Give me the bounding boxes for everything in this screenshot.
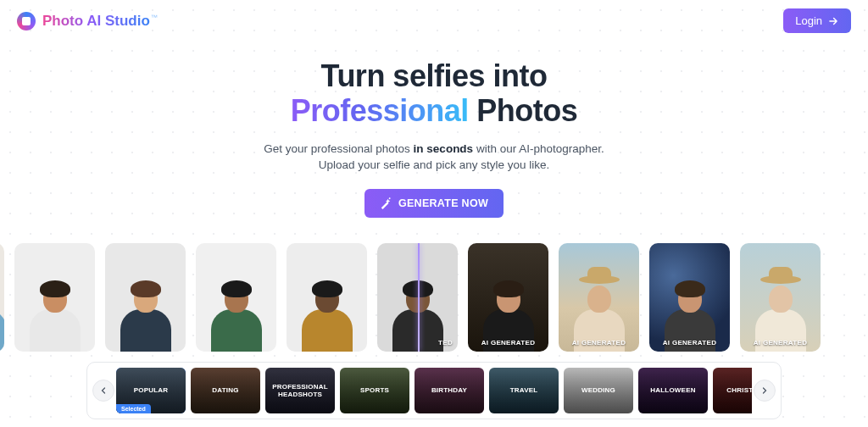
- ai-badge: AI GENERATED: [468, 339, 548, 347]
- ai-badge: AI GENERATED: [740, 339, 821, 347]
- ai-badge: AI GENERATED: [559, 339, 639, 347]
- category-dating[interactable]: DATING: [191, 368, 260, 413]
- photo-tile: [14, 243, 95, 352]
- chevron-left-icon: [98, 385, 108, 396]
- selected-badge: Selected: [116, 404, 151, 413]
- category-carousel: POPULARSelectedDATINGPROFESSIONAL HEADSH…: [86, 362, 782, 419]
- chevron-right-icon: [760, 385, 770, 396]
- carousel-prev-button[interactable]: [92, 380, 114, 402]
- photo-strip: TED AI GENERATED AI GENERATED AI GENERAT…: [0, 243, 826, 352]
- comparison-slider-handle[interactable]: [418, 243, 420, 352]
- category-label: SPORTS: [340, 368, 409, 413]
- category-label: HALLOWEEN: [638, 368, 708, 413]
- badge-partial: TED: [438, 339, 453, 347]
- category-label: WEDDING: [564, 368, 633, 413]
- category-label: PROFESSIONAL HEADSHOTS: [265, 368, 335, 413]
- magic-wand-icon: [380, 197, 392, 209]
- photo-tile: AI GENERATED: [740, 243, 821, 352]
- subheadline: Get your professional photos in seconds …: [17, 141, 851, 174]
- generate-label: GENERATE NOW: [398, 197, 488, 209]
- carousel-next-button[interactable]: [754, 380, 776, 402]
- category-label: BIRTHDAY: [415, 368, 484, 413]
- category-professional-headshots[interactable]: PROFESSIONAL HEADSHOTS: [265, 368, 335, 413]
- category-wedding[interactable]: WEDDING: [564, 368, 633, 413]
- brand-name: Photo AI Studio™: [42, 13, 158, 30]
- category-label: TRAVEL: [489, 368, 559, 413]
- photo-tile: [196, 243, 276, 352]
- hero: Turn selfies into Professional Photos Ge…: [0, 38, 868, 226]
- photo-tile: [0, 243, 4, 352]
- photo-tile: AI GENERATED: [468, 243, 548, 352]
- ai-badge: AI GENERATED: [649, 339, 730, 347]
- photo-tile: [287, 243, 367, 352]
- generate-button[interactable]: GENERATE NOW: [364, 189, 504, 218]
- category-halloween[interactable]: HALLOWEEN: [638, 368, 708, 413]
- header: Photo AI Studio™ Login: [0, 0, 868, 38]
- arrow-right-icon: [827, 15, 839, 27]
- category-label: CHRISTMAS: [713, 368, 752, 413]
- login-button[interactable]: Login: [783, 8, 851, 33]
- photo-tile-comparison[interactable]: TED: [377, 243, 458, 352]
- headline-line1: Turn selfies into: [17, 58, 851, 93]
- category-sports[interactable]: SPORTS: [340, 368, 409, 413]
- photo-tile: AI GENERATED: [649, 243, 730, 352]
- category-birthday[interactable]: BIRTHDAY: [415, 368, 484, 413]
- brand: Photo AI Studio™: [17, 12, 158, 30]
- headline-line2: Professional Photos: [17, 93, 851, 128]
- photo-tile: [105, 243, 186, 352]
- logo-icon: [17, 12, 36, 30]
- category-travel[interactable]: TRAVEL: [489, 368, 559, 413]
- photo-tile: AI GENERATED: [559, 243, 639, 352]
- login-label: Login: [795, 14, 822, 27]
- category-label: DATING: [191, 368, 260, 413]
- category-popular[interactable]: POPULARSelected: [116, 368, 186, 413]
- category-christmas[interactable]: CHRISTMAS: [713, 368, 752, 413]
